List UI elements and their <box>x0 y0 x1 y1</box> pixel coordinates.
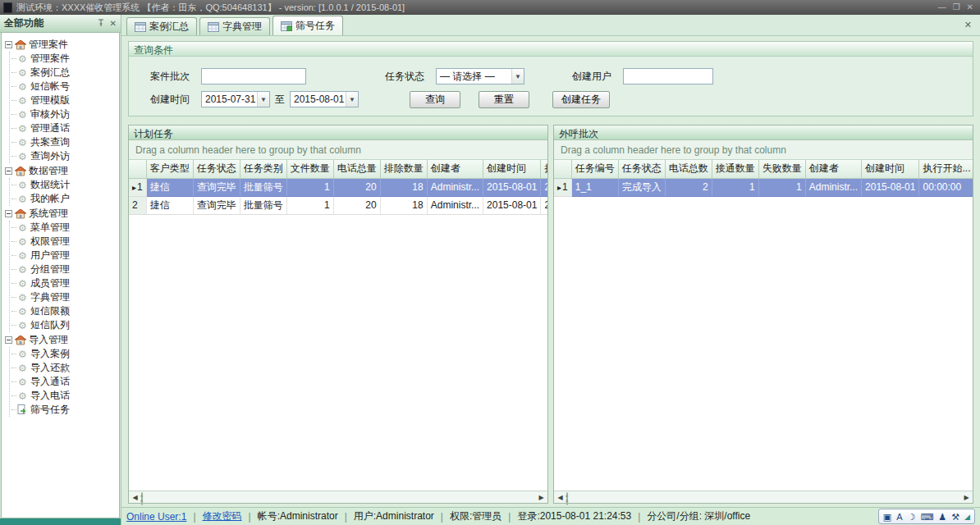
tree-item-字典管理[interactable]: ⚙字典管理 <box>11 290 117 304</box>
tree-item-管理模版[interactable]: ⚙管理模版 <box>11 94 117 107</box>
cell[interactable]: 捷信 <box>146 196 193 214</box>
halfwidth-moon-icon[interactable]: ☽ <box>908 511 916 523</box>
user-mode-icon[interactable]: ♟ <box>938 511 946 523</box>
tree-category-数据管理[interactable]: 数据管理 <box>5 164 117 178</box>
tree-item-导入还款[interactable]: ⚙导入还款 <box>11 361 117 375</box>
cell[interactable]: 18 <box>380 178 427 196</box>
cell[interactable]: 2015-08-01 <box>483 196 541 214</box>
cell[interactable]: 完成导入 <box>618 178 665 196</box>
column-header[interactable]: 创建者 <box>805 160 861 178</box>
soft-keyboard-icon[interactable]: ⌨ <box>920 511 933 523</box>
english-letter-icon[interactable]: A <box>896 511 902 523</box>
task-status-select[interactable]: — 请选择 — ▼ <box>436 68 524 84</box>
scroll-right-icon[interactable]: ▶ <box>960 494 973 501</box>
cell[interactable]: Administr... <box>805 178 861 196</box>
column-header[interactable] <box>129 160 146 178</box>
tree-item-案例汇总[interactable]: ⚙案例汇总 <box>11 66 117 80</box>
tree-item-导入电话[interactable]: ⚙导入电话 <box>11 389 117 403</box>
column-header[interactable]: 接通数量 <box>712 160 758 178</box>
cell[interactable]: 00:00:00 <box>919 178 973 196</box>
column-header[interactable] <box>554 160 571 178</box>
reset-button[interactable]: 重置 <box>479 91 529 108</box>
cell[interactable]: 捷信 <box>146 178 193 196</box>
search-button[interactable]: 查询 <box>410 91 460 108</box>
column-header[interactable]: 任务状态 <box>618 160 665 178</box>
tab-字典管理[interactable]: 字典管理 <box>199 17 270 35</box>
column-header[interactable]: 电话总量 <box>333 160 380 178</box>
cell[interactable]: 1_1 <box>571 178 618 196</box>
tree-category-导入管理[interactable]: 导入管理 <box>5 333 117 347</box>
tree-item-导入案例[interactable]: ⚙导入案例 <box>11 347 117 361</box>
restore-button[interactable]: ❐ <box>953 3 960 11</box>
column-header[interactable]: 任务状态 <box>193 160 240 178</box>
column-header[interactable]: 排除数量 <box>380 160 427 178</box>
scrollbar-thumb[interactable] <box>566 492 568 505</box>
cell[interactable]: 1 <box>712 178 758 196</box>
close-button[interactable]: ✕ <box>967 3 973 11</box>
status-link[interactable]: Online User:1 <box>126 511 186 523</box>
tree-category-系统管理[interactable]: 系统管理 <box>5 207 117 221</box>
date-from-picker[interactable]: 2015-07-31 ▼ <box>201 91 270 107</box>
tree-item-短信限额[interactable]: ⚙短信限额 <box>11 304 117 318</box>
pin-icon[interactable] <box>98 19 104 28</box>
tree-item-用户管理[interactable]: ⚙用户管理 <box>11 249 117 262</box>
cell[interactable]: 2015-08-01 <box>483 178 541 196</box>
column-header[interactable]: 任务类别 <box>240 160 286 178</box>
column-header[interactable]: 执行开始... <box>541 160 547 178</box>
column-header[interactable]: 电话总数 <box>665 160 712 178</box>
cell[interactable]: 20 <box>333 196 380 214</box>
tree-item-导入通话[interactable]: ⚙导入通话 <box>11 375 117 389</box>
collapse-icon[interactable] <box>5 210 12 217</box>
column-header[interactable]: 失败数量 <box>758 160 805 178</box>
tree-item-共案查询[interactable]: ⚙共案查询 <box>11 135 117 149</box>
tree-item-菜单管理[interactable]: ⚙菜单管理 <box>11 221 117 235</box>
tree-item-查询外访[interactable]: ⚙查询外访 <box>11 149 117 163</box>
tree-item-筛号任务[interactable]: 筛号任务 <box>11 403 117 417</box>
cell[interactable]: 21:27:16 <box>541 178 547 196</box>
minimize-button[interactable]: — <box>938 3 946 11</box>
cell[interactable]: 2 <box>665 178 712 196</box>
column-header[interactable]: 客户类型 <box>146 160 193 178</box>
create-user-input[interactable] <box>623 68 713 84</box>
cell[interactable]: 2015-08-01 <box>862 178 919 196</box>
status-link[interactable]: 修改密码 <box>203 509 242 523</box>
column-header[interactable]: 执行开始... <box>919 160 973 178</box>
cell[interactable]: 1 <box>286 196 333 214</box>
collapse-icon[interactable] <box>5 167 12 175</box>
tab-筛号任务[interactable]: 筛号任务 <box>272 16 343 35</box>
date-to-picker[interactable]: 2015-08-01 ▼ <box>290 91 359 107</box>
scroll-left-icon[interactable]: ◀ <box>554 494 566 501</box>
table-row[interactable]: ▸11_1完成导入211Administr...2015-08-0100:00:… <box>554 178 973 196</box>
tree-item-短信帐号[interactable]: ⚙短信帐号 <box>11 80 117 94</box>
tree-item-成员管理[interactable]: ⚙成员管理 <box>11 276 117 290</box>
collapse-icon[interactable] <box>5 41 12 48</box>
cell[interactable]: Administr... <box>427 196 483 214</box>
column-header[interactable]: 文件数量 <box>286 160 333 178</box>
cell[interactable]: 批量筛号 <box>240 178 286 196</box>
tree-item-分组管理[interactable]: ⚙分组管理 <box>11 262 117 276</box>
tree-item-我的帐户[interactable]: ⚙我的帐户 <box>11 192 117 206</box>
create-task-button[interactable]: 创建任务 <box>552 91 610 108</box>
sidebar-close-icon[interactable]: ✕ <box>110 19 117 28</box>
cell[interactable]: 查询完毕 <box>193 196 240 214</box>
cell[interactable]: 批量筛号 <box>240 196 286 214</box>
column-header[interactable]: 任务编号 <box>571 160 618 178</box>
scrollbar-thumb[interactable] <box>141 492 143 505</box>
column-header[interactable]: 创建时间 <box>483 160 541 178</box>
tree-category-管理案件[interactable]: 管理案件 <box>5 38 117 52</box>
tree-item-管理案件[interactable]: ⚙管理案件 <box>11 52 117 66</box>
batch-input[interactable] <box>201 68 306 84</box>
scroll-right-icon[interactable]: ▶ <box>535 494 547 501</box>
tree-item-审核外访[interactable]: ⚙审核外访 <box>11 107 117 121</box>
cell[interactable]: 查询完毕 <box>193 178 240 196</box>
collapse-icon[interactable] <box>5 336 12 344</box>
settings-wrench-icon[interactable]: ⚒ <box>951 511 959 523</box>
table-row[interactable]: 2捷信查询完毕批量筛号12018Administr...2015-08-0121… <box>129 196 547 214</box>
tree-item-管理通话[interactable]: ⚙管理通话 <box>11 121 117 135</box>
tab-案例汇总[interactable]: 案例汇总 <box>126 17 197 35</box>
tree-item-短信队列[interactable]: ⚙短信队列 <box>11 318 117 332</box>
cell[interactable]: 21:27:16 <box>541 196 547 214</box>
tree-item-数据统计[interactable]: ⚙数据统计 <box>11 178 117 192</box>
cell[interactable]: 1 <box>758 178 805 196</box>
tree-item-权限管理[interactable]: ⚙权限管理 <box>11 235 117 249</box>
